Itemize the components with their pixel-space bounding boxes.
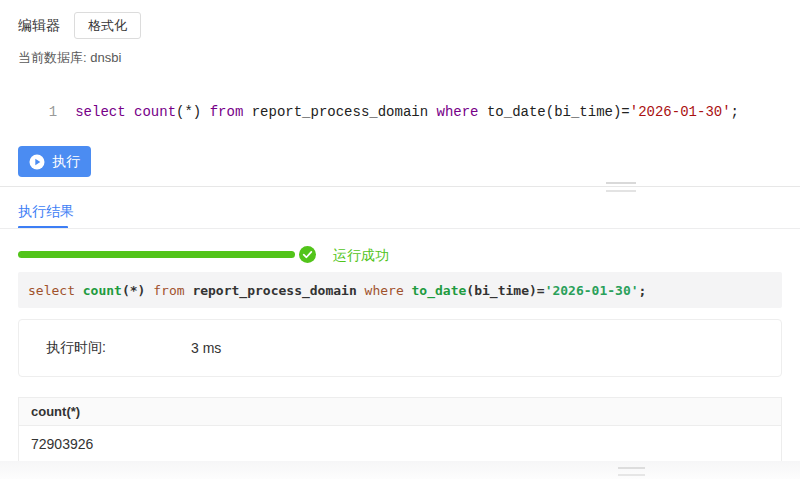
play-icon xyxy=(29,154,45,170)
check-circle-icon xyxy=(299,246,316,263)
code-token: '2026-01-30' xyxy=(545,283,639,298)
code-token: where xyxy=(365,283,404,298)
code-token xyxy=(126,104,134,120)
code-token: (*) xyxy=(176,104,210,120)
code-token: where xyxy=(437,104,479,120)
code-token: to_date(bi_time)= xyxy=(479,104,630,120)
run-success-status: 运行成功 xyxy=(333,247,389,265)
code-token: count xyxy=(83,283,122,298)
code-token: from xyxy=(210,104,244,120)
code-token: '2026-01-30' xyxy=(630,104,731,120)
run-button-label: 执行 xyxy=(52,153,80,171)
splitter-drag-handle-icon[interactable] xyxy=(618,467,645,469)
code-token: select xyxy=(28,283,75,298)
table-header-cell: count(*) xyxy=(19,404,781,419)
topbar: 编辑器 格式化 xyxy=(18,12,141,39)
code-editor-line[interactable]: 1select count(*) from report_process_dom… xyxy=(32,82,739,122)
table-cell: 72903926 xyxy=(19,436,781,452)
code-token: report_process_domain xyxy=(185,283,365,298)
code-token: count xyxy=(134,104,176,120)
splitter-drag-handle-icon[interactable] xyxy=(618,474,645,476)
current-database-label: 当前数据库: dnsbi xyxy=(18,49,121,67)
code-token: (*) xyxy=(122,283,153,298)
results-table: count(*)72903926 xyxy=(18,397,782,461)
code-token: report_process_domain xyxy=(243,104,436,120)
panel-divider xyxy=(0,186,800,187)
execution-time-label: 执行时间: xyxy=(46,339,106,357)
editor-title: 编辑器 xyxy=(18,17,60,35)
code-token xyxy=(404,283,412,298)
progress-bar xyxy=(18,251,295,258)
splitter-drag-handle-icon[interactable] xyxy=(606,190,636,192)
run-button[interactable]: 执行 xyxy=(18,146,91,177)
bottom-panel-edge xyxy=(0,461,800,479)
splitter-drag-handle-icon[interactable] xyxy=(606,182,636,184)
sql-code: select count(*) from report_process_doma… xyxy=(75,104,739,120)
table-header-row: count(*) xyxy=(19,397,781,426)
line-number: 1 xyxy=(49,104,57,120)
code-token: select xyxy=(75,104,125,120)
tab-execution-results[interactable]: 执行结果 xyxy=(18,203,74,221)
code-token: from xyxy=(153,283,184,298)
format-button[interactable]: 格式化 xyxy=(74,12,141,39)
code-token: ; xyxy=(639,283,647,298)
code-token xyxy=(75,283,83,298)
tab-bottom-border xyxy=(0,228,800,229)
code-token: to_date xyxy=(412,283,467,298)
executed-sql-echo: select count(*) from report_process_doma… xyxy=(18,272,782,308)
table-row: 72903926 xyxy=(19,426,781,461)
code-token: ; xyxy=(731,104,739,120)
execution-time-box: 执行时间: 3 ms xyxy=(18,319,782,377)
code-token: (bi_time)= xyxy=(466,283,544,298)
execution-time-value: 3 ms xyxy=(191,340,221,356)
